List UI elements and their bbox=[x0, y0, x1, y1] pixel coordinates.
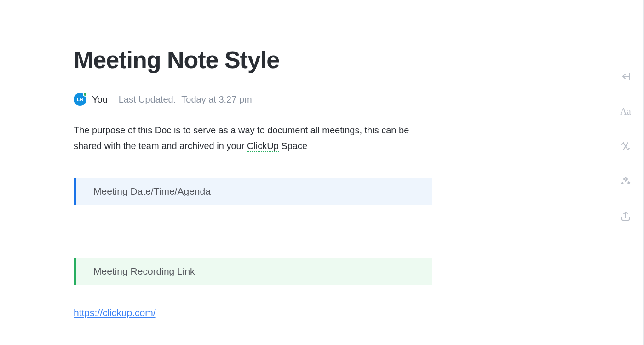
intro-text-part2: Space bbox=[279, 141, 307, 151]
document-meta-row: LR You Last Updated: Today at 3:27 pm bbox=[74, 93, 432, 106]
presence-indicator-icon bbox=[83, 92, 87, 97]
intro-text-part1: The purpose of this Doc is to serve as a… bbox=[74, 125, 409, 151]
intro-paragraph[interactable]: The purpose of this Doc is to serve as a… bbox=[74, 122, 432, 154]
callout-agenda-text: Meeting Date/Time/Agenda bbox=[93, 186, 211, 196]
typography-icon: Aa bbox=[620, 106, 631, 117]
avatar-initials: LR bbox=[77, 97, 84, 102]
collapse-sidebar-button[interactable] bbox=[618, 69, 633, 84]
magic-wand-button[interactable] bbox=[618, 174, 633, 189]
spacer bbox=[74, 212, 432, 258]
ai-sparkle-icon bbox=[620, 141, 631, 152]
share-icon bbox=[620, 211, 631, 222]
spellcheck-word[interactable]: ClickUp bbox=[247, 141, 279, 152]
top-divider bbox=[0, 0, 644, 0]
callout-recording-text: Meeting Recording Link bbox=[93, 266, 195, 276]
recording-url-link[interactable]: https://clickup.com/ bbox=[74, 307, 156, 318]
typography-button[interactable]: Aa bbox=[618, 104, 633, 119]
updated-time: Today at 3:27 pm bbox=[181, 94, 252, 105]
right-toolbar: Aa bbox=[618, 69, 633, 224]
author-avatar[interactable]: LR bbox=[74, 93, 86, 106]
spacer bbox=[74, 292, 432, 307]
collapse-sidebar-icon bbox=[620, 71, 631, 82]
share-button[interactable] bbox=[618, 209, 633, 224]
magic-wand-icon bbox=[620, 176, 631, 187]
callout-recording-link[interactable]: Meeting Recording Link bbox=[74, 258, 432, 285]
page-title[interactable]: Meeting Note Style bbox=[74, 46, 432, 74]
updated-label: Last Updated: bbox=[119, 94, 176, 105]
ai-assist-button[interactable] bbox=[618, 139, 633, 154]
callout-meeting-agenda[interactable]: Meeting Date/Time/Agenda bbox=[74, 178, 432, 205]
author-name[interactable]: You bbox=[92, 94, 108, 105]
document-body[interactable]: Meeting Note Style LR You Last Updated: … bbox=[0, 0, 506, 318]
